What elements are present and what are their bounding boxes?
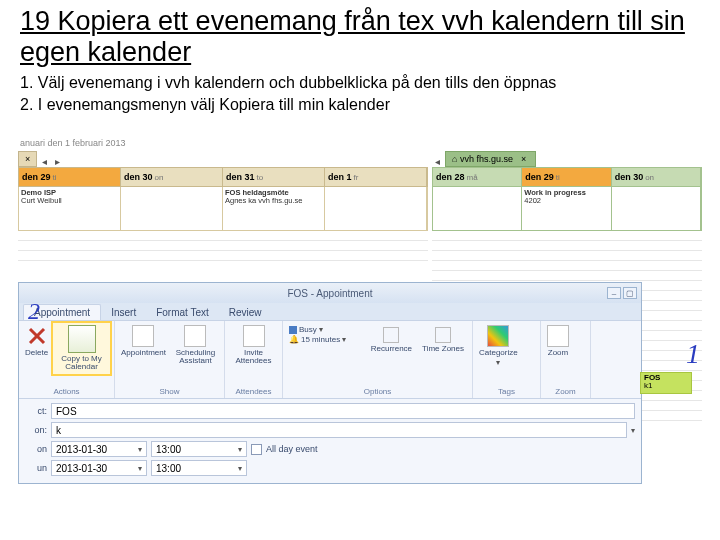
instructions: 1. Välj evenemang i vvh kalendern och du… [0, 68, 720, 123]
group-label-actions: Actions [23, 386, 110, 396]
group-label-options: Options [287, 386, 468, 396]
categorize-icon [487, 325, 509, 347]
location-label: on: [25, 425, 47, 435]
time-zones-button[interactable]: Time Zones [420, 325, 466, 355]
appointment-window: FOS - Appointment – ▢ Appointment Insert… [18, 282, 642, 484]
location-dropdown-icon[interactable]: ▾ [631, 426, 635, 435]
group-label-attendees: Attendees [229, 386, 278, 396]
annotation-2: 2 [28, 298, 40, 325]
invite-icon [243, 325, 265, 347]
day-header[interactable]: den 29ti [19, 168, 121, 186]
calendar-left-tab-close[interactable]: × [18, 151, 37, 167]
event-cell[interactable]: Demo ISPCurt Weibull [19, 187, 121, 230]
reminder-dropdown[interactable]: 🔔15 minutes ▾ [289, 335, 363, 344]
scheduling-icon [184, 325, 206, 347]
zoom-button[interactable]: Zoom [545, 323, 571, 359]
group-label-tags: Tags [477, 386, 536, 396]
window-titlebar: FOS - Appointment – ▢ [19, 283, 641, 303]
calendar-left-events: Demo ISPCurt Weibull FOS heldagsmöteAgne… [18, 187, 428, 231]
chevron-left-icon[interactable]: ◂ [432, 156, 443, 167]
delete-button[interactable]: Delete [23, 323, 50, 359]
categorize-button[interactable]: Categorize▾ [477, 323, 520, 370]
subject-label: ct: [25, 406, 47, 416]
start-date-input[interactable]: 2013-01-30▾ [51, 441, 147, 457]
globe-icon [435, 327, 451, 343]
end-label: un [25, 463, 47, 473]
show-as-dropdown[interactable]: Busy ▾ [289, 325, 363, 334]
subject-input[interactable] [51, 403, 635, 419]
recurrence-icon [383, 327, 399, 343]
calendar-right-events: Work in progress4202 [432, 187, 702, 231]
calendar-left-header: anuari den 1 februari 2013 [18, 138, 428, 150]
tab-insert[interactable]: Insert [101, 305, 146, 320]
invite-attendees-button[interactable]: Invite Attendees [229, 323, 278, 368]
day-header[interactable]: den 1fr [325, 168, 427, 186]
tab-format-text[interactable]: Format Text [146, 305, 219, 320]
group-label-zoom: Zoom [545, 386, 586, 396]
day-header[interactable]: den 31to [223, 168, 325, 186]
start-label: on [25, 444, 47, 454]
start-time-input[interactable]: 13:00▾ [151, 441, 247, 457]
scheduling-assistant-button[interactable]: Scheduling Assistant [171, 323, 220, 368]
event-cell[interactable] [121, 187, 223, 230]
delete-icon [26, 325, 48, 347]
slide-title: 19 Kopiera ett evenemang från tex vvh ka… [0, 0, 720, 68]
event-cell[interactable]: Work in progress4202 [522, 187, 611, 230]
group-label-show: Show [119, 386, 220, 396]
event-cell[interactable]: FOS heldagsmöteAgnes ka vvh fhs.gu.se [223, 187, 325, 230]
highlighted-event[interactable]: FOSk1 [640, 372, 692, 394]
end-time-input[interactable]: 13:00▾ [151, 460, 247, 476]
all-day-checkbox[interactable] [251, 444, 262, 455]
recurrence-button[interactable]: Recurrence [369, 325, 414, 355]
copy-to-my-calendar-button[interactable]: Copy to My Calendar [53, 323, 110, 374]
appointment-form: ct: on: ▾ on 2013-01-30▾ 13:00▾ All day … [19, 399, 641, 483]
location-input[interactable] [51, 422, 627, 438]
event-cell[interactable] [433, 187, 522, 230]
calendar-right-day-headers: den 28må den 29ti den 30on [432, 167, 702, 187]
annotation-1: 1 [686, 338, 700, 370]
minimize-button[interactable]: – [607, 287, 621, 299]
magnifier-icon [547, 325, 569, 347]
maximize-button[interactable]: ▢ [623, 287, 637, 299]
calendar-right-tab[interactable]: ⌂ vvh fhs.gu.se × [445, 151, 536, 167]
chevron-left-icon[interactable]: ◂ [39, 156, 50, 167]
chevron-right-icon[interactable]: ▸ [52, 156, 63, 167]
event-cell[interactable] [612, 187, 701, 230]
day-header[interactable]: den 28må [433, 168, 522, 186]
appointment-view-button[interactable]: Appointment [119, 323, 168, 359]
window-title: FOS - Appointment [287, 288, 372, 299]
bell-icon: 🔔 [289, 335, 299, 344]
event-cell[interactable] [325, 187, 427, 230]
tab-review[interactable]: Review [219, 305, 272, 320]
calendar-left-day-headers: den 29ti den 30on den 31to den 1fr [18, 167, 428, 187]
appointment-icon [132, 325, 154, 347]
ribbon: Delete Copy to My Calendar Actions Appoi… [19, 321, 641, 399]
end-date-input[interactable]: 2013-01-30▾ [51, 460, 147, 476]
calendar-left: anuari den 1 februari 2013 × ◂ ▸ den 29t… [18, 138, 428, 243]
ribbon-tabs: Appointment Insert Format Text Review [19, 303, 641, 321]
day-header[interactable]: den 30on [121, 168, 223, 186]
day-header[interactable]: den 29ti [522, 168, 611, 186]
day-header[interactable]: den 30on [612, 168, 701, 186]
step-2: 2. I evenemangsmenyn välj Kopiera till m… [20, 94, 700, 116]
calendar-copy-icon [68, 325, 96, 353]
step-1: 1. Välj evenemang i vvh kalendern och du… [20, 72, 700, 94]
all-day-label: All day event [266, 444, 318, 454]
